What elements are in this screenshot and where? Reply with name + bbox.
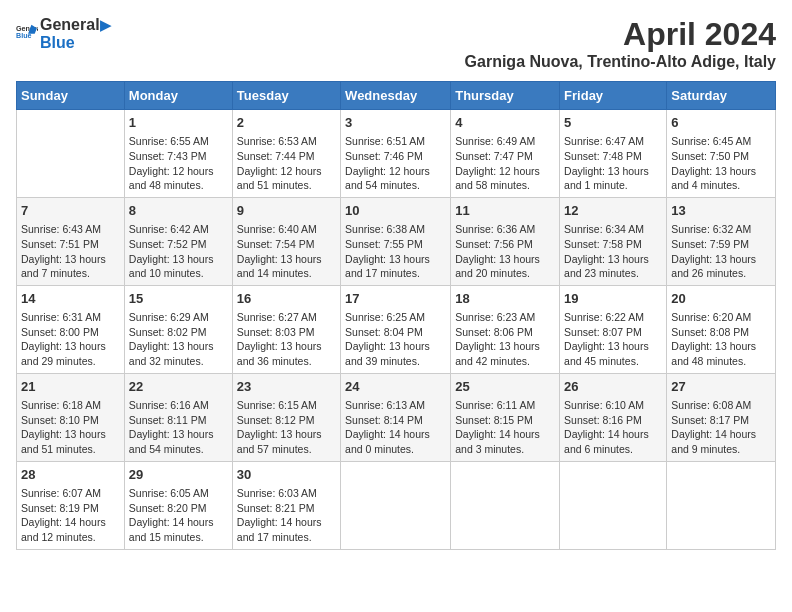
day-number: 23	[237, 378, 336, 396]
calendar-cell: 23Sunrise: 6:15 AM Sunset: 8:12 PM Dayli…	[232, 373, 340, 461]
calendar-cell: 15Sunrise: 6:29 AM Sunset: 8:02 PM Dayli…	[124, 285, 232, 373]
week-row-5: 28Sunrise: 6:07 AM Sunset: 8:19 PM Dayli…	[17, 461, 776, 549]
calendar-cell: 2Sunrise: 6:53 AM Sunset: 7:44 PM Daylig…	[232, 110, 340, 198]
cell-content: Sunrise: 6:07 AM Sunset: 8:19 PM Dayligh…	[21, 486, 120, 545]
calendar-cell: 1Sunrise: 6:55 AM Sunset: 7:43 PM Daylig…	[124, 110, 232, 198]
day-number: 16	[237, 290, 336, 308]
calendar-cell: 10Sunrise: 6:38 AM Sunset: 7:55 PM Dayli…	[341, 197, 451, 285]
day-number: 29	[129, 466, 228, 484]
cell-content: Sunrise: 6:36 AM Sunset: 7:56 PM Dayligh…	[455, 222, 555, 281]
header-monday: Monday	[124, 82, 232, 110]
day-number: 26	[564, 378, 662, 396]
cell-content: Sunrise: 6:55 AM Sunset: 7:43 PM Dayligh…	[129, 134, 228, 193]
calendar-cell: 16Sunrise: 6:27 AM Sunset: 8:03 PM Dayli…	[232, 285, 340, 373]
header-saturday: Saturday	[667, 82, 776, 110]
week-row-1: 1Sunrise: 6:55 AM Sunset: 7:43 PM Daylig…	[17, 110, 776, 198]
cell-content: Sunrise: 6:15 AM Sunset: 8:12 PM Dayligh…	[237, 398, 336, 457]
subtitle: Garniga Nuova, Trentino-Alto Adige, Ital…	[465, 53, 776, 71]
cell-content: Sunrise: 6:51 AM Sunset: 7:46 PM Dayligh…	[345, 134, 446, 193]
cell-content: Sunrise: 6:16 AM Sunset: 8:11 PM Dayligh…	[129, 398, 228, 457]
cell-content: Sunrise: 6:31 AM Sunset: 8:00 PM Dayligh…	[21, 310, 120, 369]
calendar-cell	[560, 461, 667, 549]
svg-text:Blue: Blue	[16, 32, 32, 40]
main-title: April 2024	[465, 16, 776, 53]
day-number: 4	[455, 114, 555, 132]
cell-content: Sunrise: 6:11 AM Sunset: 8:15 PM Dayligh…	[455, 398, 555, 457]
cell-content: Sunrise: 6:18 AM Sunset: 8:10 PM Dayligh…	[21, 398, 120, 457]
calendar-cell: 19Sunrise: 6:22 AM Sunset: 8:07 PM Dayli…	[560, 285, 667, 373]
day-number: 14	[21, 290, 120, 308]
cell-content: Sunrise: 6:42 AM Sunset: 7:52 PM Dayligh…	[129, 222, 228, 281]
day-number: 1	[129, 114, 228, 132]
cell-content: Sunrise: 6:29 AM Sunset: 8:02 PM Dayligh…	[129, 310, 228, 369]
day-number: 8	[129, 202, 228, 220]
day-number: 5	[564, 114, 662, 132]
calendar-cell	[451, 461, 560, 549]
day-number: 30	[237, 466, 336, 484]
cell-content: Sunrise: 6:22 AM Sunset: 8:07 PM Dayligh…	[564, 310, 662, 369]
calendar-cell: 27Sunrise: 6:08 AM Sunset: 8:17 PM Dayli…	[667, 373, 776, 461]
calendar-cell: 21Sunrise: 6:18 AM Sunset: 8:10 PM Dayli…	[17, 373, 125, 461]
calendar-body: 1Sunrise: 6:55 AM Sunset: 7:43 PM Daylig…	[17, 110, 776, 550]
header-sunday: Sunday	[17, 82, 125, 110]
day-number: 24	[345, 378, 446, 396]
calendar-cell: 30Sunrise: 6:03 AM Sunset: 8:21 PM Dayli…	[232, 461, 340, 549]
header-friday: Friday	[560, 82, 667, 110]
calendar-cell: 24Sunrise: 6:13 AM Sunset: 8:14 PM Dayli…	[341, 373, 451, 461]
cell-content: Sunrise: 6:13 AM Sunset: 8:14 PM Dayligh…	[345, 398, 446, 457]
header-tuesday: Tuesday	[232, 82, 340, 110]
day-number: 3	[345, 114, 446, 132]
calendar-cell: 28Sunrise: 6:07 AM Sunset: 8:19 PM Dayli…	[17, 461, 125, 549]
calendar-cell: 13Sunrise: 6:32 AM Sunset: 7:59 PM Dayli…	[667, 197, 776, 285]
cell-content: Sunrise: 6:49 AM Sunset: 7:47 PM Dayligh…	[455, 134, 555, 193]
cell-content: Sunrise: 6:08 AM Sunset: 8:17 PM Dayligh…	[671, 398, 771, 457]
logo-blue: Blue	[40, 34, 111, 52]
header: General Blue General▶ Blue April 2024 Ga…	[16, 16, 776, 71]
cell-content: Sunrise: 6:32 AM Sunset: 7:59 PM Dayligh…	[671, 222, 771, 281]
calendar-cell: 20Sunrise: 6:20 AM Sunset: 8:08 PM Dayli…	[667, 285, 776, 373]
cell-content: Sunrise: 6:25 AM Sunset: 8:04 PM Dayligh…	[345, 310, 446, 369]
cell-content: Sunrise: 6:45 AM Sunset: 7:50 PM Dayligh…	[671, 134, 771, 193]
calendar-cell	[17, 110, 125, 198]
week-row-3: 14Sunrise: 6:31 AM Sunset: 8:00 PM Dayli…	[17, 285, 776, 373]
calendar-cell: 14Sunrise: 6:31 AM Sunset: 8:00 PM Dayli…	[17, 285, 125, 373]
day-number: 6	[671, 114, 771, 132]
day-number: 9	[237, 202, 336, 220]
day-number: 19	[564, 290, 662, 308]
calendar-cell: 26Sunrise: 6:10 AM Sunset: 8:16 PM Dayli…	[560, 373, 667, 461]
day-number: 12	[564, 202, 662, 220]
week-row-4: 21Sunrise: 6:18 AM Sunset: 8:10 PM Dayli…	[17, 373, 776, 461]
calendar-cell: 12Sunrise: 6:34 AM Sunset: 7:58 PM Dayli…	[560, 197, 667, 285]
cell-content: Sunrise: 6:27 AM Sunset: 8:03 PM Dayligh…	[237, 310, 336, 369]
cell-content: Sunrise: 6:34 AM Sunset: 7:58 PM Dayligh…	[564, 222, 662, 281]
header-thursday: Thursday	[451, 82, 560, 110]
cell-content: Sunrise: 6:47 AM Sunset: 7:48 PM Dayligh…	[564, 134, 662, 193]
calendar-table: SundayMondayTuesdayWednesdayThursdayFrid…	[16, 81, 776, 550]
cell-content: Sunrise: 6:23 AM Sunset: 8:06 PM Dayligh…	[455, 310, 555, 369]
logo-general: General▶	[40, 16, 111, 34]
week-row-2: 7Sunrise: 6:43 AM Sunset: 7:51 PM Daylig…	[17, 197, 776, 285]
logo: General Blue General▶ Blue	[16, 16, 111, 52]
cell-content: Sunrise: 6:38 AM Sunset: 7:55 PM Dayligh…	[345, 222, 446, 281]
calendar-cell: 18Sunrise: 6:23 AM Sunset: 8:06 PM Dayli…	[451, 285, 560, 373]
calendar-cell: 11Sunrise: 6:36 AM Sunset: 7:56 PM Dayli…	[451, 197, 560, 285]
calendar-cell	[667, 461, 776, 549]
calendar-cell: 8Sunrise: 6:42 AM Sunset: 7:52 PM Daylig…	[124, 197, 232, 285]
calendar-cell: 3Sunrise: 6:51 AM Sunset: 7:46 PM Daylig…	[341, 110, 451, 198]
calendar-cell	[341, 461, 451, 549]
day-number: 20	[671, 290, 771, 308]
cell-content: Sunrise: 6:53 AM Sunset: 7:44 PM Dayligh…	[237, 134, 336, 193]
calendar-cell: 29Sunrise: 6:05 AM Sunset: 8:20 PM Dayli…	[124, 461, 232, 549]
calendar-cell: 6Sunrise: 6:45 AM Sunset: 7:50 PM Daylig…	[667, 110, 776, 198]
calendar-cell: 9Sunrise: 6:40 AM Sunset: 7:54 PM Daylig…	[232, 197, 340, 285]
day-number: 13	[671, 202, 771, 220]
day-number: 15	[129, 290, 228, 308]
day-number: 22	[129, 378, 228, 396]
day-number: 11	[455, 202, 555, 220]
cell-content: Sunrise: 6:20 AM Sunset: 8:08 PM Dayligh…	[671, 310, 771, 369]
header-wednesday: Wednesday	[341, 82, 451, 110]
calendar-cell: 25Sunrise: 6:11 AM Sunset: 8:15 PM Dayli…	[451, 373, 560, 461]
day-number: 10	[345, 202, 446, 220]
logo-text: General Blue	[16, 21, 38, 47]
day-number: 25	[455, 378, 555, 396]
